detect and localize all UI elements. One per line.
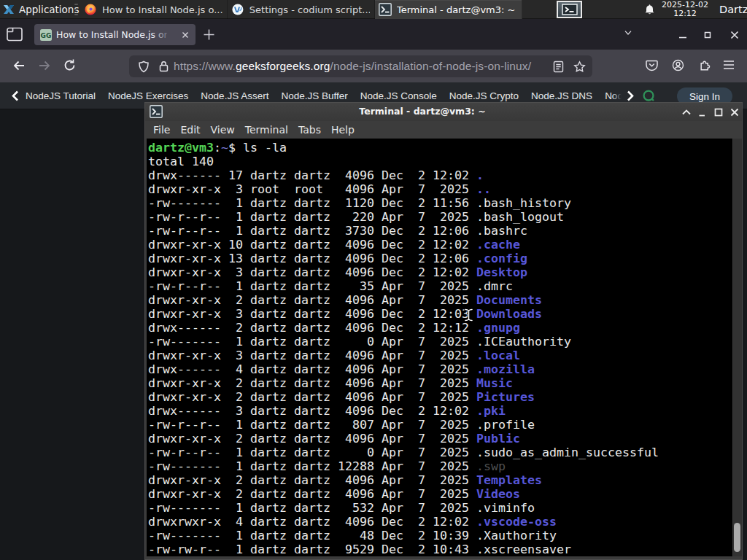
firefox-navbar: https://www.geeksforgeeks.org/node-js/in… [0, 50, 747, 82]
url-host: geeksforgeeks.org [236, 60, 330, 72]
subnav-scroll-left-icon[interactable] [10, 90, 20, 101]
terminal-menu-help[interactable]: Help [331, 124, 355, 136]
terminal-window: Terminal - dartz@vm3: ~ FileEditViewTerm… [144, 102, 743, 560]
terminal-close-button[interactable] [729, 106, 740, 118]
reload-button[interactable] [63, 58, 77, 72]
terminal-output: dartz@vm3:~$ ls -la total 140 drwx------… [147, 139, 732, 556]
terminal-glyph-icon [562, 4, 578, 15]
firefox-tabbar: GG How to Install Node.js on [0, 19, 747, 50]
window-button-2[interactable]: Settings - codium script... [228, 0, 375, 19]
window-maximize-button[interactable] [700, 28, 715, 42]
window-button-1[interactable]: How to Install Node.js o... [80, 0, 228, 19]
subnav-scroll-right-icon[interactable] [625, 90, 635, 101]
firefox-icon [84, 3, 97, 16]
gfg-nav-link-3[interactable]: Node.JS Assert [201, 90, 268, 101]
tab-title-fade [152, 24, 177, 45]
forward-button[interactable] [37, 58, 52, 73]
window-button-title: Settings - codium script... [249, 4, 370, 15]
terminal-screen[interactable]: dartz@vm3:~$ ls -la total 140 drwx------… [147, 139, 732, 556]
terminal-titlebar-icon [150, 105, 163, 118]
notification-bell-icon[interactable] [644, 4, 655, 15]
account-icon[interactable] [672, 59, 684, 71]
terminal-menu-tabs[interactable]: Tabs [298, 124, 321, 136]
gfg-nav-link-5[interactable]: Node.JS Console [360, 90, 437, 101]
extensions-puzzle-icon[interactable] [698, 59, 711, 71]
codium-icon [231, 3, 244, 16]
window-button-title: Terminal - dartz@vm3: ~ [397, 4, 515, 15]
url-scheme: https://www. [174, 60, 236, 72]
window-minimize-button[interactable] [676, 28, 690, 42]
mouse-text-cursor [464, 308, 473, 322]
panel-clock[interactable]: 2025-12-02 12:12 [657, 1, 713, 18]
svg-text:GG: GG [41, 31, 52, 39]
firefox-view-icon[interactable] [6, 26, 23, 42]
tasklist-grip[interactable] [74, 4, 78, 15]
url-text[interactable]: https://www.geeksforgeeks.org/node-js/in… [174, 60, 531, 73]
url-path: /node-js/installation-of-node-js-on-linu… [330, 60, 532, 72]
tray-terminal-icon[interactable] [557, 1, 582, 18]
terminal-scrollbar-thumb[interactable] [734, 523, 740, 552]
xfce-logo-icon [2, 3, 15, 16]
terminal-maximize-button[interactable] [713, 106, 724, 118]
terminal-menu-file[interactable]: File [153, 124, 170, 136]
terminal-menu-view[interactable]: View [211, 124, 235, 136]
window-button-title: How to Install Node.js o... [102, 4, 222, 15]
lock-icon[interactable] [159, 61, 169, 72]
window-close-button[interactable] [727, 28, 742, 42]
applications-label: Applications [19, 4, 79, 15]
list-all-tabs-chevron-icon[interactable] [622, 28, 634, 37]
terminal-title: Terminal - dartz@vm3: ~ [167, 106, 678, 117]
reader-view-icon[interactable] [553, 61, 564, 73]
terminal-menu-terminal[interactable]: Terminal [245, 124, 288, 136]
terminal-titlebar[interactable]: Terminal - dartz@vm3: ~ [145, 103, 742, 121]
new-tab-button[interactable] [201, 27, 217, 42]
gfg-nav-link-2[interactable]: NodeJS Exercises [108, 90, 188, 101]
panel-tasklist: How to Install Node.js o...Settings - co… [80, 0, 522, 19]
gfg-nav-link-1[interactable]: NodeJS Tutorial [26, 90, 96, 101]
tab-title: How to Install Node.js on [56, 29, 167, 40]
terminal-menubar: FileEditViewTerminalTabsHelp [145, 121, 742, 139]
pocket-icon[interactable] [646, 59, 658, 71]
terminal-shade-button[interactable] [681, 106, 692, 118]
terminal-scrollbar[interactable] [733, 139, 742, 556]
applications-menu-button[interactable]: Applications [0, 0, 83, 19]
window-button-3[interactable]: Terminal - dartz@vm3: ~ [375, 0, 522, 19]
gfg-search-icon[interactable] [642, 89, 656, 103]
terminal-menu-edit[interactable]: Edit [180, 124, 200, 136]
gfg-nav-link-4[interactable]: Node.JS Buffer [281, 90, 347, 101]
geeksforgeeks-favicon: GG [40, 29, 52, 41]
terminal-minimize-button[interactable] [697, 106, 708, 118]
clock-time: 12:12 [657, 9, 713, 18]
panel-user-label[interactable]: Dartz [719, 2, 747, 17]
tracking-shield-icon[interactable] [138, 61, 150, 73]
bookmark-star-icon[interactable] [573, 61, 586, 73]
gfg-nav-link-6[interactable]: Node.JS Crypto [449, 90, 519, 101]
url-bar[interactable]: https://www.geeksforgeeks.org/node-js/in… [129, 55, 592, 77]
gfg-nav-link-7[interactable]: Node.JS DNS [531, 90, 592, 101]
xfce-panel: Applications How to Install Node.js o...… [0, 0, 747, 19]
back-button[interactable] [12, 58, 26, 73]
hamburger-menu-icon[interactable] [723, 60, 735, 70]
tab-close-icon[interactable] [179, 29, 191, 41]
terminal-icon [379, 3, 392, 16]
browser-tab[interactable]: GG How to Install Node.js on [34, 24, 196, 45]
